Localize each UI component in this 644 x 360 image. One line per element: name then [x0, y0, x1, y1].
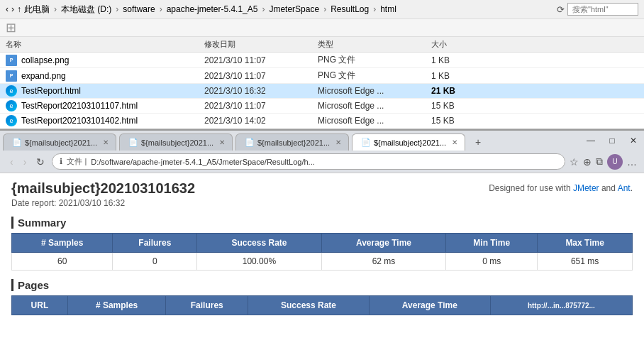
- edge-icon: e: [6, 115, 17, 126]
- page-title: {mailsubject}202103101632: [11, 180, 195, 197]
- browser-chrome: 📄 ${mailsubject}2021... ✕ 📄 ${mailsubjec…: [0, 129, 644, 173]
- browser-actions: ☆ ⊕ ⧉ U …: [570, 154, 637, 170]
- tab-close-1[interactable]: ✕: [103, 138, 109, 146]
- cell-samples: 60: [12, 253, 113, 271]
- file-row[interactable]: eTestReport202103101107.html 2021/3/10 1…: [0, 99, 644, 114]
- summary-section-title: Summary: [11, 217, 633, 229]
- security-icon: ℹ: [60, 157, 62, 166]
- tab-icon-2: 📄: [128, 138, 138, 147]
- pages-col-avg: Average Time: [369, 296, 490, 315]
- url-bar[interactable]: ℹ 文件 | D:/software/apache-jmeter-5.4.1_A…: [52, 153, 565, 170]
- file-list-header: 名称 修改日期 类型 大小: [0, 37, 644, 53]
- col-avg-time: Average Time: [321, 234, 446, 253]
- nav-back-icon[interactable]: ‹: [6, 4, 9, 14]
- pages-col-samples: # Samples: [67, 296, 166, 315]
- pages-col-min-max: http://...in...875772...: [490, 296, 632, 315]
- tab-close-4[interactable]: ✕: [452, 138, 457, 146]
- png-icon: P: [6, 70, 17, 82]
- star-icon[interactable]: ☆: [570, 156, 579, 168]
- col-success-rate: Success Rate: [197, 234, 322, 253]
- pages-section: Pages URL # Samples Failures Success Rat…: [11, 279, 633, 315]
- tab-close-3[interactable]: ✕: [335, 138, 341, 146]
- url-prefix: 文件 |: [67, 156, 87, 167]
- pages-table: URL # Samples Failures Success Rate Aver…: [11, 295, 633, 315]
- browser-tab-4[interactable]: 📄 ${mailsubject}2021... ✕: [352, 133, 465, 151]
- user-avatar[interactable]: U: [607, 154, 623, 170]
- summary-table: # Samples Failures Success Rate Average …: [11, 233, 633, 271]
- pages-col-success: Success Rate: [248, 296, 370, 315]
- file-row-selected[interactable]: eTestReport.html 2021/3/10 16:32 Microso…: [0, 84, 644, 99]
- path-part[interactable]: html: [380, 4, 396, 14]
- minimize-button[interactable]: —: [580, 131, 601, 151]
- png-icon: P: [6, 55, 17, 66]
- summary-row: 60 0 100.00% 62 ms 0 ms 651 ms: [12, 253, 633, 271]
- edge-icon: e: [6, 100, 17, 111]
- nav-up-icon[interactable]: ↑: [17, 4, 21, 14]
- pages-section-title: Pages: [11, 279, 633, 291]
- cell-max-time: 651 ms: [538, 253, 633, 271]
- search-input[interactable]: [567, 3, 638, 16]
- browser-toolbar: ‹ › ↻ ℹ 文件 | D:/software/apache-jmeter-5…: [0, 151, 644, 173]
- nav-forward-icon[interactable]: ›: [11, 4, 14, 14]
- sidebar-toggle[interactable]: ⊞: [6, 20, 16, 36]
- maximize-button[interactable]: □: [601, 131, 623, 151]
- back-button[interactable]: ‹: [7, 155, 16, 169]
- path-part[interactable]: apache-jmeter-5.4.1_A5: [167, 4, 258, 14]
- close-button[interactable]: ✕: [623, 131, 644, 151]
- cell-success-rate: 100.00%: [197, 253, 322, 271]
- file-row[interactable]: Pcollapse.png 2021/3/10 11:07 PNG 文件 1 K…: [0, 53, 644, 68]
- tab-row: 📄 ${mailsubject}2021... ✕ 📄 ${mailsubjec…: [0, 131, 644, 151]
- designed-for: Designed for use with JMeter and Ant.: [489, 183, 633, 193]
- share-icon[interactable]: ⧉: [596, 156, 603, 168]
- settings-icon[interactable]: …: [627, 156, 637, 168]
- edge-icon: e: [6, 85, 17, 97]
- col-min-time: Min Time: [446, 234, 538, 253]
- file-list: 名称 修改日期 类型 大小 Pcollapse.png 2021/3/10 11…: [0, 37, 644, 129]
- col-failures: Failures: [113, 234, 197, 253]
- ant-link[interactable]: Ant: [618, 183, 631, 193]
- path-part[interactable]: software: [123, 4, 155, 14]
- file-row[interactable]: eTestReport202103101402.html 2021/3/10 1…: [0, 114, 644, 129]
- page-content: {mailsubject}202103101632 Date report: 2…: [0, 173, 644, 322]
- page-date: Date report: 2021/03/10 16:32: [11, 198, 195, 208]
- pages-col-failures: Failures: [166, 296, 248, 315]
- path-part[interactable]: 此电脑: [24, 4, 50, 16]
- refresh-icon[interactable]: ⟳: [557, 4, 565, 15]
- new-tab-button[interactable]: +: [468, 133, 488, 151]
- collections-icon[interactable]: ⊕: [583, 156, 592, 168]
- window-controls: — □ ✕: [580, 131, 644, 151]
- cell-avg-time: 62 ms: [321, 253, 446, 271]
- forward-button[interactable]: ›: [21, 155, 30, 169]
- pages-col-url: URL: [12, 296, 68, 315]
- browser-tab-1[interactable]: 📄 ${mailsubject}2021... ✕: [3, 133, 116, 151]
- jmeter-link[interactable]: JMeter: [573, 183, 599, 193]
- path-part[interactable]: JmeterSpace: [269, 4, 319, 14]
- browser-tab-3[interactable]: 📄 ${mailsubject}2021... ✕: [235, 133, 349, 151]
- url-text: D:/software/apache-jmeter-5.4.1_A5/Jmete…: [91, 158, 315, 166]
- page-header: {mailsubject}202103101632 Date report: 2…: [11, 180, 633, 208]
- path-part[interactable]: ResultLog: [331, 4, 369, 14]
- reload-button[interactable]: ↻: [33, 155, 48, 169]
- tab-close-2[interactable]: ✕: [219, 138, 225, 146]
- cell-failures: 0: [113, 253, 197, 271]
- file-row[interactable]: Pexpand.png 2021/3/10 11:07 PNG 文件 1 KB: [0, 68, 644, 84]
- tab-icon-3: 📄: [245, 138, 255, 147]
- col-max-time: Max Time: [538, 234, 633, 253]
- file-explorer: ‹ › ↑ 此电脑 › 本地磁盘 (D:) › software › apach…: [0, 0, 644, 129]
- tab-icon-4: 📄: [361, 138, 371, 147]
- address-bar: ‹ › ↑ 此电脑 › 本地磁盘 (D:) › software › apach…: [0, 0, 644, 19]
- col-samples: # Samples: [12, 234, 113, 253]
- tab-icon-1: 📄: [12, 138, 22, 147]
- cell-min-time: 0 ms: [446, 253, 538, 271]
- tabs-container: 📄 ${mailsubject}2021... ✕ 📄 ${mailsubjec…: [0, 131, 580, 151]
- browser-tab-2[interactable]: 📄 ${mailsubject}2021... ✕: [119, 133, 233, 151]
- path-part[interactable]: 本地磁盘 (D:): [61, 4, 111, 16]
